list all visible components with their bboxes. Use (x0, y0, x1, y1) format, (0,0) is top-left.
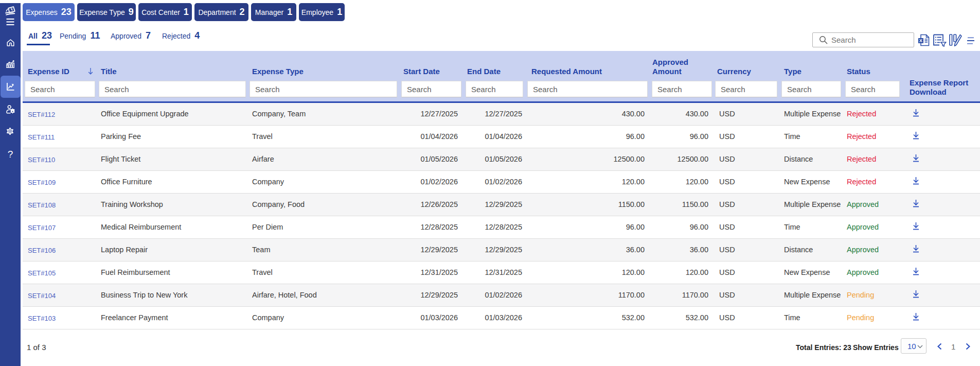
svg-text:X: X (919, 38, 923, 43)
